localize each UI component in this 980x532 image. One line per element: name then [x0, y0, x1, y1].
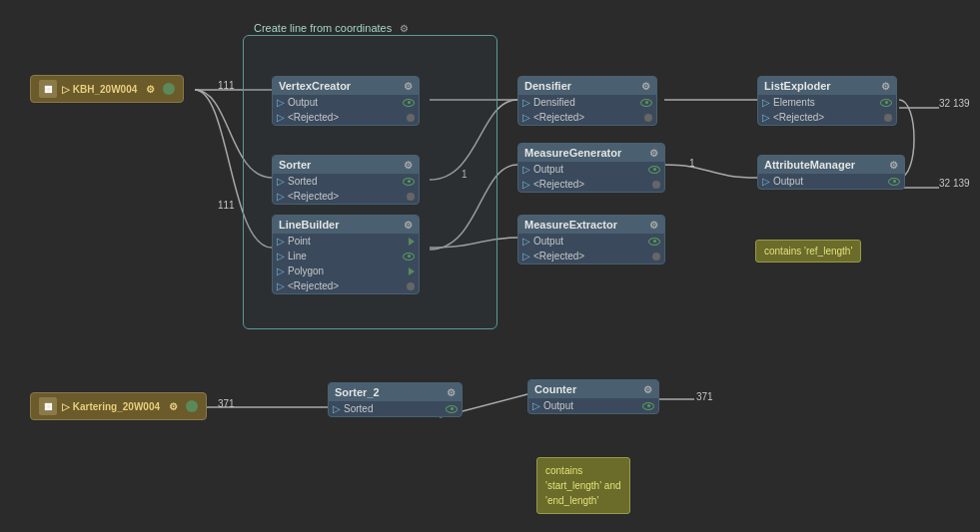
- node-title-mg: MeasureGenerator: [524, 147, 621, 159]
- port-rejected-vc: [407, 114, 415, 122]
- conn-label-32139a: 32 139: [939, 98, 970, 109]
- node-port-rejected-densifier: <Rejected>: [533, 112, 584, 123]
- node-row-rejected-mg: ▷ <Rejected>: [518, 177, 664, 192]
- node-measure-extractor: MeasureExtractor ⚙ ▷ Output ▷ <Rejected>: [517, 215, 665, 265]
- node-header-vertex-creator[interactable]: VertexCreator ⚙: [273, 77, 419, 95]
- node-counter: Counter ⚙ ▷ Output: [527, 379, 659, 414]
- eye-icon-mg-output[interactable]: [648, 166, 660, 174]
- source-label-kartering: ▷ Kartering_20W004: [62, 401, 160, 412]
- tooltip-ref-length: contains 'ref_length': [755, 240, 861, 263]
- eye-icon-vc-output[interactable]: [403, 99, 415, 107]
- port-rejected-sorter: [407, 193, 415, 201]
- node-gear-me[interactable]: ⚙: [649, 220, 658, 231]
- group-title: Create line from coordinates ⚙: [254, 22, 409, 34]
- node-gear-line-builder[interactable]: ⚙: [404, 220, 413, 231]
- node-gear-sorter[interactable]: ⚙: [404, 160, 413, 171]
- node-port-rejected-mg: <Rejected>: [533, 179, 584, 190]
- node-measure-generator: MeasureGenerator ⚙ ▷ Output ▷ <Rejected>: [517, 143, 665, 193]
- node-gear-counter[interactable]: ⚙: [643, 384, 652, 395]
- node-row-point-lb: ▷ Point: [273, 234, 419, 249]
- node-port-output-me: Output: [533, 236, 563, 247]
- source-port-kbh: [163, 83, 175, 95]
- node-port-densified: Densified: [533, 97, 575, 108]
- source-icon-kbh: ▦: [39, 80, 57, 98]
- node-sorter: Sorter ⚙ ▷ Sorted ▷ <Rejected>: [272, 155, 420, 205]
- node-port-rejected-vc: <Rejected>: [288, 112, 339, 123]
- eye-icon-sorter-sorted[interactable]: [403, 178, 415, 186]
- port-rejected-densifier: [644, 114, 652, 122]
- source-label-kbh: ▷ KBH_20W004: [62, 84, 137, 95]
- node-row-rejected-sorter: ▷ <Rejected>: [273, 189, 419, 204]
- tooltip-start-end-length: contains'start_length' and'end_length': [536, 457, 630, 514]
- source-node-kartering[interactable]: ▦ ▷ Kartering_20W004 ⚙: [30, 392, 207, 420]
- node-title-am: AttributeManager: [764, 159, 855, 171]
- node-list-exploder: ListExploder ⚙ ▷ Elements ▷ <Rejected>: [757, 76, 897, 126]
- eye-icon-counter-output[interactable]: [642, 402, 654, 410]
- node-gear-vertex-creator[interactable]: ⚙: [404, 81, 413, 92]
- node-port-elements-le: Elements: [773, 97, 815, 108]
- node-row-output-counter: ▷ Output: [528, 398, 658, 413]
- node-row-rejected-lb: ▷ <Rejected>: [273, 278, 419, 293]
- arrow-icon-point: [409, 238, 415, 246]
- conn-label-111b: 111: [218, 200, 235, 211]
- port-rejected-me: [652, 253, 660, 261]
- group-gear-icon[interactable]: ⚙: [400, 23, 409, 34]
- node-gear-am[interactable]: ⚙: [889, 160, 898, 171]
- node-row-polygon-lb: ▷ Polygon: [273, 264, 419, 278]
- node-header-sorter2[interactable]: Sorter_2 ⚙: [329, 383, 462, 401]
- source-gear-kbh[interactable]: ⚙: [146, 84, 155, 95]
- node-row-rejected-densifier: ▷ <Rejected>: [518, 110, 656, 125]
- node-title-sorter: Sorter: [279, 159, 311, 171]
- node-gear-densifier[interactable]: ⚙: [641, 81, 650, 92]
- node-row-elements-le: ▷ Elements: [758, 95, 896, 110]
- node-row-rejected-vc: ▷ <Rejected>: [273, 110, 419, 125]
- node-port-output-vc: Output: [288, 97, 318, 108]
- node-densifier: Densifier ⚙ ▷ Densified ▷ <Rejected>: [517, 76, 657, 126]
- node-header-sorter[interactable]: Sorter ⚙: [273, 156, 419, 174]
- node-row-line-lb: ▷ Line: [273, 249, 419, 264]
- node-header-densifier[interactable]: Densifier ⚙: [518, 77, 656, 95]
- eye-icon-densifier[interactable]: [640, 99, 652, 107]
- port-rejected-le: [884, 114, 892, 122]
- node-header-me[interactable]: MeasureExtractor ⚙: [518, 216, 664, 234]
- node-header-am[interactable]: AttributeManager ⚙: [758, 156, 904, 174]
- eye-icon-le-elements[interactable]: [880, 99, 892, 107]
- node-port-polygon-lb: Polygon: [288, 266, 324, 276]
- node-row-output-am: ▷ Output: [758, 174, 904, 189]
- node-port-rejected-le: <Rejected>: [773, 112, 824, 123]
- node-port-point-lb: Point: [288, 236, 311, 247]
- conn-label-111a: 111: [218, 80, 235, 91]
- source-port-kartering: [186, 400, 198, 412]
- node-row-output-vc: ▷ Output: [273, 95, 419, 110]
- node-port-line-lb: Line: [288, 251, 307, 262]
- node-attribute-manager: AttributeManager ⚙ ▷ Output: [757, 155, 905, 190]
- eye-icon-lb-line[interactable]: [403, 253, 415, 261]
- node-header-le[interactable]: ListExploder ⚙: [758, 77, 896, 95]
- node-header-counter[interactable]: Counter ⚙: [528, 380, 658, 398]
- eye-icon-sorter2-sorted[interactable]: [446, 405, 458, 413]
- node-title-densifier: Densifier: [524, 80, 571, 92]
- node-title-vertex-creator: VertexCreator: [279, 80, 351, 92]
- eye-icon-am-output[interactable]: [888, 178, 900, 186]
- node-port-rejected-me: <Rejected>: [533, 251, 584, 262]
- node-row-output-me: ▷ Output: [518, 234, 664, 249]
- node-line-builder: LineBuilder ⚙ ▷ Point ▷ Line ▷ Polygon ▷…: [272, 215, 420, 294]
- node-port-rejected-sorter: <Rejected>: [288, 191, 339, 202]
- source-gear-kartering[interactable]: ⚙: [169, 401, 178, 412]
- node-row-sorted: ▷ Sorted: [273, 174, 419, 189]
- node-gear-mg[interactable]: ⚙: [649, 148, 658, 159]
- eye-icon-me-output[interactable]: [648, 238, 660, 246]
- port-rejected-lb: [407, 282, 415, 290]
- node-row-output-mg: ▷ Output: [518, 162, 664, 177]
- node-vertex-creator: VertexCreator ⚙ ▷ Output ▷ <Rejected>: [272, 76, 420, 126]
- conn-label-1b: 1: [689, 158, 695, 169]
- node-gear-le[interactable]: ⚙: [881, 81, 890, 92]
- source-icon-kartering: ▦: [39, 397, 57, 415]
- node-header-line-builder[interactable]: LineBuilder ⚙: [273, 216, 419, 234]
- node-header-mg[interactable]: MeasureGenerator ⚙: [518, 144, 664, 162]
- node-row-rejected-le: ▷ <Rejected>: [758, 110, 896, 125]
- source-node-kbh[interactable]: ▦ ▷ KBH_20W004 ⚙: [30, 75, 184, 103]
- node-gear-sorter2[interactable]: ⚙: [447, 387, 456, 398]
- conn-label-32139b: 32 139: [939, 178, 970, 189]
- node-port-output-mg: Output: [533, 164, 563, 175]
